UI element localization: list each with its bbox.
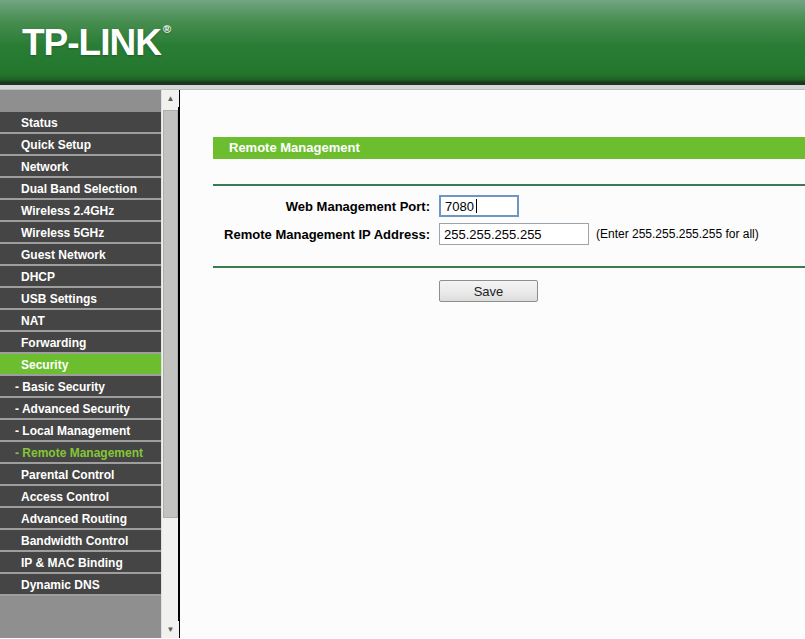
header-banner: TP-LINK®	[0, 0, 805, 85]
sidebar-item-access-control[interactable]: Access Control	[0, 486, 161, 508]
sidebar-item-security[interactable]: Security	[0, 354, 161, 376]
sidebar-item-bandwidth-control[interactable]: Bandwidth Control	[0, 530, 161, 552]
remote-management-ip-label: Remote Management IP Address:	[180, 227, 430, 242]
sidebar-item-guest-network[interactable]: Guest Network	[0, 244, 161, 266]
sidebar-item-forwarding[interactable]: Forwarding	[0, 332, 161, 354]
main-layout: Status Quick Setup Network Dual Band Sel…	[0, 90, 805, 638]
scroll-down-arrow-icon[interactable]: ▼	[162, 621, 179, 638]
remote-management-ip-row: Remote Management IP Address: (Enter 255…	[180, 223, 805, 245]
remote-management-ip-wrap	[439, 223, 589, 245]
sidebar-item-wireless-24ghz[interactable]: Wireless 2.4GHz	[0, 200, 161, 222]
web-management-port-input[interactable]	[439, 195, 519, 217]
sidebar-item-usb-settings[interactable]: USB Settings	[0, 288, 161, 310]
sidebar-item-advanced-security[interactable]: - Advanced Security	[0, 398, 161, 420]
save-button-row: Save	[180, 280, 805, 302]
scroll-up-arrow-icon[interactable]: ▲	[162, 90, 179, 107]
web-management-port-row: Web Management Port:	[180, 195, 805, 217]
save-button[interactable]: Save	[439, 280, 538, 302]
sidebar-item-network[interactable]: Network	[0, 156, 161, 178]
sidebar-item-wireless-5ghz[interactable]: Wireless 5GHz	[0, 222, 161, 244]
sidebar-item-advanced-routing[interactable]: Advanced Routing	[0, 508, 161, 530]
content-pane: Remote Management Web Management Port: R…	[180, 90, 805, 638]
sidebar-item-dynamic-dns[interactable]: Dynamic DNS	[0, 574, 161, 596]
remote-management-form: Web Management Port: Remote Management I…	[180, 195, 805, 245]
section-rule-bottom	[213, 266, 805, 268]
sidebar-item-dual-band-selection[interactable]: Dual Band Selection	[0, 178, 161, 200]
scrollbar-thumb[interactable]	[163, 110, 178, 518]
web-management-port-wrap	[439, 195, 519, 217]
sidebar-item-parental-control[interactable]: Parental Control	[0, 464, 161, 486]
sidebar-item-basic-security[interactable]: - Basic Security	[0, 376, 161, 398]
sidebar-item-dhcp[interactable]: DHCP	[0, 266, 161, 288]
sidebar-menu: Status Quick Setup Network Dual Band Sel…	[0, 90, 161, 638]
registered-mark: ®	[163, 23, 171, 35]
sidebar-item-status[interactable]: Status	[0, 112, 161, 134]
sidebar-scrollbar[interactable]: ▲ ▼	[161, 90, 178, 638]
tplink-logo: TP-LINK®	[22, 22, 171, 64]
page-title: Remote Management	[213, 137, 805, 159]
sidebar-item-remote-management[interactable]: - Remote Management	[0, 442, 161, 464]
remote-management-ip-input[interactable]	[439, 223, 589, 245]
sidebar-item-quick-setup[interactable]: Quick Setup	[0, 134, 161, 156]
menu-list: Status Quick Setup Network Dual Band Sel…	[0, 112, 161, 596]
ip-hint-text: (Enter 255.255.255.255 for all)	[596, 227, 759, 241]
sidebar-item-nat[interactable]: NAT	[0, 310, 161, 332]
sidebar-item-ip-mac-binding[interactable]: IP & MAC Binding	[0, 552, 161, 574]
sidebar-item-local-management[interactable]: - Local Management	[0, 420, 161, 442]
text-caret	[476, 199, 477, 213]
logo-text: TP-LINK	[22, 22, 161, 63]
web-management-port-label: Web Management Port:	[180, 199, 430, 214]
section-rule-top	[213, 184, 805, 186]
